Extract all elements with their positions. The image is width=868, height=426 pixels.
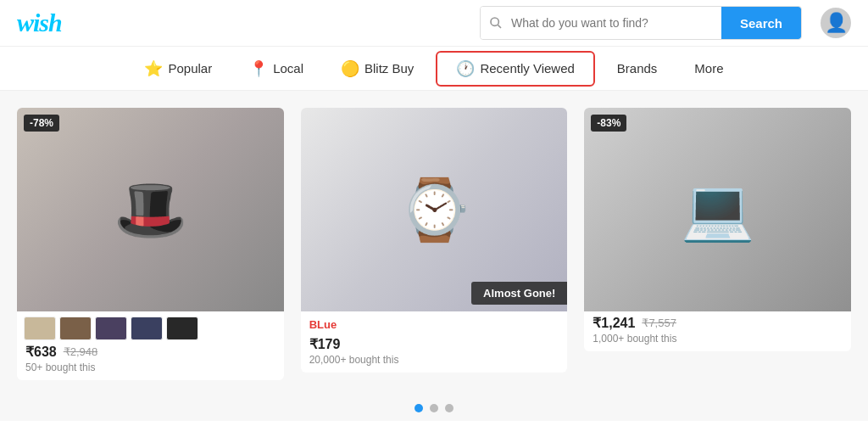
watch-image-sim: ⌚: [301, 108, 568, 311]
user-avatar[interactable]: 👤: [821, 8, 851, 38]
product-prices-hat: ₹638 ₹2,948: [25, 344, 275, 360]
dot-2[interactable]: [430, 404, 438, 412]
almost-gone-badge: Almost Gone!: [471, 282, 567, 305]
laptop-image-sim: 💻: [584, 108, 851, 311]
dot-1[interactable]: [415, 404, 423, 412]
product-prices-watch: ₹179: [309, 336, 559, 352]
nav-label-recently-viewed: Recently Viewed: [480, 61, 574, 76]
product-card-hat[interactable]: 🎩 -78% ₹638 ₹2,948 50+ bought this: [17, 108, 284, 380]
product-label-watch: BLue: [301, 311, 568, 333]
hat-thumbnails: [17, 311, 284, 340]
sold-count-watch: 20,000+ bought this: [309, 354, 559, 366]
hat-thumb-dark[interactable]: [95, 317, 127, 340]
nav-label-brands: Brands: [617, 61, 658, 76]
svg-point-0: [491, 18, 498, 25]
discount-badge-laptop: -83%: [591, 115, 626, 132]
product-info-hat: ₹638 ₹2,948 50+ bought this: [17, 340, 284, 380]
product-card-laptop[interactable]: 💻 -83% ₹1,241 ₹7,557 1,000+ bought this: [584, 108, 851, 351]
svg-line-1: [498, 25, 501, 28]
nav-label-more: More: [694, 61, 723, 76]
header: wish Search 👤: [0, 0, 868, 47]
nav-item-local[interactable]: 📍 Local: [231, 47, 322, 91]
wish-logo[interactable]: wish: [17, 8, 62, 37]
nav-item-blitz-buy[interactable]: 🟡 Blitz Buy: [322, 47, 432, 91]
nav-label-popular: Popular: [168, 61, 212, 76]
product-card-watch[interactable]: ⌚ Almost Gone! BLue ₹179 20,000+ bought …: [301, 108, 568, 373]
hat-image-sim: 🎩: [17, 108, 284, 311]
main-nav: ⭐ Popular 📍 Local 🟡 Blitz Buy 🕐 Recently…: [0, 47, 868, 91]
product-info-laptop: ₹1,241 ₹7,557 1,000+ bought this: [584, 311, 851, 351]
products-area: 🎩 -78% ₹638 ₹2,948 50+ bought this ⌚ Alm…: [0, 91, 868, 389]
star-icon: ⭐: [144, 59, 163, 78]
product-image-watch: ⌚ Almost Gone!: [301, 108, 568, 311]
search-bar: Search: [480, 6, 802, 40]
search-input[interactable]: [511, 7, 721, 39]
blitz-icon: 🟡: [341, 59, 359, 78]
price-old-laptop: ₹7,557: [642, 317, 676, 329]
hat-thumb-navy[interactable]: [131, 317, 163, 340]
discount-badge-hat: -78%: [24, 115, 59, 132]
nav-item-more[interactable]: More: [676, 47, 742, 91]
sold-count-hat: 50+ bought this: [25, 362, 275, 373]
product-image-laptop: 💻 -83%: [584, 108, 851, 311]
search-icon: [481, 7, 511, 39]
product-prices-laptop: ₹1,241 ₹7,557: [593, 315, 843, 331]
nav-item-recently-viewed[interactable]: 🕐 Recently Viewed: [436, 51, 594, 87]
hat-thumb-brown[interactable]: [59, 317, 92, 340]
nav-item-brands[interactable]: Brands: [598, 47, 676, 91]
dot-3[interactable]: [445, 404, 453, 412]
price-main-watch: ₹179: [309, 336, 341, 352]
avatar-icon: 👤: [825, 14, 848, 32]
dot-indicators: [0, 389, 868, 421]
hat-thumb-beige[interactable]: [24, 317, 56, 340]
price-main-laptop: ₹1,241: [593, 315, 635, 331]
pin-icon: 📍: [249, 59, 268, 78]
price-main-hat: ₹638: [25, 344, 57, 360]
nav-label-local: Local: [273, 61, 303, 76]
price-old-hat: ₹2,948: [64, 345, 98, 358]
search-button[interactable]: Search: [721, 7, 801, 39]
nav-label-blitz: Blitz Buy: [364, 61, 414, 76]
product-info-watch: ₹179 20,000+ bought this: [301, 333, 568, 373]
product-image-hat: 🎩 -78%: [17, 108, 284, 311]
hat-thumb-black[interactable]: [166, 317, 198, 340]
nav-item-popular[interactable]: ⭐ Popular: [125, 47, 231, 91]
clock-icon: 🕐: [456, 59, 475, 78]
sold-count-laptop: 1,000+ bought this: [593, 333, 843, 345]
